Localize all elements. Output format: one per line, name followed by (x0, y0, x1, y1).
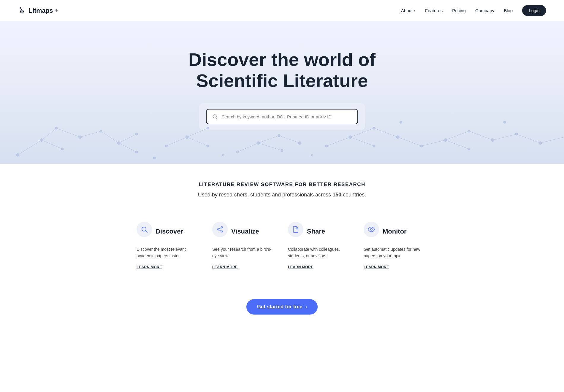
svg-point-63 (153, 157, 156, 159)
svg-point-61 (515, 133, 518, 135)
svg-line-30 (237, 143, 258, 152)
svg-line-25 (187, 128, 208, 137)
svg-line-6 (18, 140, 42, 155)
tagline-section: LITERATURE REVIEW SOFTWARE FOR BETTER RE… (0, 164, 564, 204)
nav-item-pricing[interactable]: Pricing (452, 8, 466, 13)
svg-line-46 (445, 131, 469, 140)
share-desc: Collaborate with colleagues, students, o… (288, 246, 349, 259)
discover-icon-wrap (137, 222, 152, 237)
nav-links: About ▾ Features Pricing Company Blog Lo… (401, 5, 546, 16)
svg-line-50 (540, 137, 564, 143)
svg-point-36 (281, 149, 283, 152)
svg-point-37 (278, 134, 280, 137)
svg-point-57 (444, 139, 447, 142)
svg-point-58 (468, 148, 470, 150)
svg-point-14 (16, 153, 19, 156)
svg-line-43 (398, 137, 422, 146)
monitor-learn-more[interactable]: LEARN MORE (364, 265, 389, 269)
discover-desc: Discover the most relevant academic pape… (137, 246, 197, 259)
svg-point-3 (20, 7, 21, 8)
chevron-down-icon: ▾ (414, 9, 416, 12)
svg-line-47 (469, 131, 493, 140)
svg-line-45 (445, 140, 469, 149)
svg-point-64 (222, 154, 224, 156)
monitor-desc: Get automatic updates for new papers on … (364, 246, 424, 259)
svg-point-54 (373, 127, 375, 129)
svg-line-8 (42, 128, 56, 140)
monitor-icon (368, 226, 375, 233)
logo[interactable]: Litmaps® (18, 6, 58, 16)
svg-line-39 (327, 137, 350, 146)
nav-item-about[interactable]: About ▾ (401, 8, 416, 13)
feature-share: Share Collaborate with colleagues, stude… (282, 216, 358, 275)
svg-line-10 (80, 131, 101, 137)
feature-monitor: Monitor Get automatic updates for new pa… (358, 216, 433, 275)
svg-line-69 (146, 231, 148, 233)
svg-line-49 (517, 134, 540, 143)
monitor-icon-wrap (364, 222, 379, 237)
features-grid: Discover Discover the most relevant acad… (119, 216, 445, 293)
share-learn-more[interactable]: LEARN MORE (288, 265, 313, 269)
svg-line-32 (258, 136, 279, 143)
svg-point-27 (186, 136, 188, 139)
svg-point-65 (311, 154, 313, 156)
nav-item-company[interactable]: Company (475, 8, 494, 13)
countries-count: 150 (332, 192, 341, 198)
svg-line-13 (119, 134, 137, 143)
feature-visualize: Visualize See your research from a bird'… (206, 216, 282, 275)
svg-point-38 (298, 142, 301, 145)
svg-line-48 (493, 134, 517, 140)
svg-point-53 (373, 145, 375, 147)
svg-point-75 (370, 228, 372, 230)
svg-line-73 (219, 228, 221, 229)
svg-point-1 (22, 11, 23, 12)
svg-point-17 (55, 127, 58, 129)
svg-line-31 (258, 143, 282, 150)
svg-line-40 (350, 137, 374, 146)
svg-line-12 (119, 143, 137, 152)
share-icon-wrap (288, 222, 303, 237)
svg-line-24 (187, 137, 208, 146)
visualize-icon (216, 226, 224, 233)
svg-point-21 (135, 151, 138, 153)
visualize-desc: See your research from a bird's-eye view (212, 246, 273, 259)
cta-label: Get started for free (257, 304, 302, 310)
logo-wordmark: Litmaps (28, 7, 53, 15)
get-started-button[interactable]: Get started for free › (246, 299, 318, 315)
nav-item-features[interactable]: Features (425, 8, 443, 13)
svg-line-33 (279, 136, 300, 143)
svg-point-59 (468, 130, 470, 132)
logo-registered: ® (55, 9, 57, 12)
svg-line-11 (101, 131, 119, 143)
visualize-icon-wrap (212, 222, 228, 237)
svg-line-9 (56, 128, 80, 137)
svg-point-16 (61, 148, 64, 150)
login-button[interactable]: Login (522, 5, 546, 16)
svg-point-67 (503, 121, 506, 123)
svg-line-23 (166, 137, 187, 146)
svg-point-18 (79, 136, 82, 139)
nav-item-blog[interactable]: Blog (504, 8, 513, 13)
svg-line-41 (350, 128, 374, 137)
cta-section: Get started for free › (0, 293, 564, 332)
hero-section: Discover the world of Scientific Literat… (0, 21, 564, 164)
navbar: Litmaps® About ▾ Features Pricing Compan… (0, 0, 564, 21)
network-decoration (0, 104, 564, 164)
svg-point-20 (117, 142, 120, 145)
svg-point-51 (325, 145, 328, 147)
visualize-learn-more[interactable]: LEARN MORE (212, 265, 238, 269)
svg-point-60 (491, 139, 494, 142)
svg-line-7 (42, 140, 62, 149)
svg-point-52 (349, 136, 352, 139)
svg-point-56 (420, 145, 423, 147)
svg-point-19 (100, 130, 102, 132)
share-icon (292, 226, 299, 233)
feature-discover: Discover Discover the most relevant acad… (131, 216, 206, 275)
cta-arrow-icon: › (305, 304, 307, 310)
svg-point-62 (539, 142, 542, 145)
svg-line-74 (219, 230, 221, 231)
svg-point-66 (400, 121, 402, 123)
svg-point-29 (207, 127, 209, 129)
svg-point-34 (236, 151, 239, 153)
discover-learn-more[interactable]: LEARN MORE (137, 265, 162, 269)
